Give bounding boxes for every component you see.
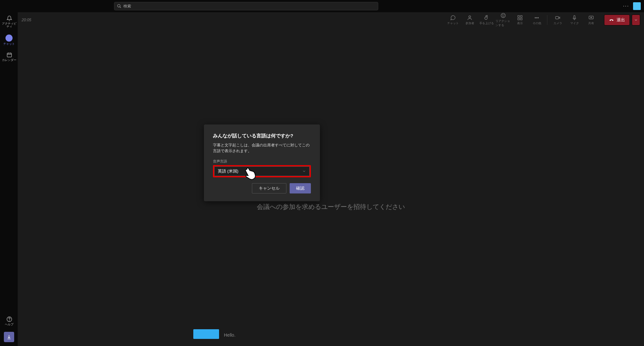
rail-calendar[interactable]: カレンダー xyxy=(1,51,17,63)
audio-language-select[interactable]: 英語 (米国) xyxy=(214,166,310,176)
meeting-participants-button[interactable]: 参加者 xyxy=(462,15,477,25)
svg-point-16 xyxy=(535,17,535,18)
rail-help-label: ヘルプ xyxy=(5,323,14,326)
svg-point-17 xyxy=(536,17,537,18)
svg-rect-20 xyxy=(574,15,575,18)
meeting-more-label: その他 xyxy=(533,21,541,25)
settings-more-icon[interactable]: ··· xyxy=(623,3,629,9)
meeting-mic-button[interactable]: マイク xyxy=(567,15,582,25)
meeting-share-button[interactable]: 共有 xyxy=(583,15,599,25)
svg-rect-15 xyxy=(521,18,522,20)
confirm-button[interactable]: 確認 xyxy=(290,183,311,193)
dialog-title: みんなが話している言語は何ですか? xyxy=(213,133,311,139)
participant-self-tile[interactable] xyxy=(193,329,219,339)
svg-point-7 xyxy=(9,321,9,321)
meeting-raise-hand-label: 手を上げる xyxy=(479,21,494,25)
calendar-icon xyxy=(6,52,12,58)
more-icon xyxy=(534,15,540,21)
svg-point-18 xyxy=(538,17,538,18)
chevron-down-icon xyxy=(302,169,306,173)
meeting-react-label: リアクションする xyxy=(495,19,511,27)
invite-prompt: 会議への参加を求めるユーザーを招待してください xyxy=(257,203,405,211)
hangup-icon xyxy=(609,17,614,23)
leave-button[interactable]: 退出 xyxy=(604,15,630,25)
share-screen-icon xyxy=(588,15,594,21)
svg-point-0 xyxy=(118,5,120,7)
cancel-label: キャンセル xyxy=(259,186,280,191)
svg-point-8 xyxy=(469,16,471,18)
meeting-share-label: 共有 xyxy=(588,21,594,25)
svg-rect-12 xyxy=(518,15,519,17)
meeting-main: 20:05 チャット 参加者 手を上げる リアクションする xyxy=(18,12,644,346)
meeting-camera-button[interactable]: カメラ xyxy=(550,15,565,25)
meeting-view-button[interactable]: 表示 xyxy=(512,15,528,25)
rail-help[interactable]: ヘルプ xyxy=(1,315,17,327)
raise-hand-icon xyxy=(484,15,489,21)
grid-icon xyxy=(517,15,523,21)
leave-label: 退出 xyxy=(617,17,625,23)
caption-text: Hello. xyxy=(224,332,235,338)
download-button[interactable] xyxy=(4,332,14,342)
meeting-chat-label: チャット xyxy=(447,21,459,25)
meeting-more-button[interactable]: その他 xyxy=(529,15,544,25)
rail-chat[interactable]: チャット xyxy=(1,33,17,47)
chat-icon xyxy=(7,36,11,40)
mic-icon xyxy=(572,15,577,21)
svg-rect-19 xyxy=(555,16,559,19)
search-input[interactable]: 検索 xyxy=(114,2,378,10)
highlight-annotation: 英語 (米国) xyxy=(213,165,311,177)
meeting-controls: チャット 参加者 手を上げる リアクションする 表示 xyxy=(445,13,640,27)
spoken-language-dialog: みんなが話している言語は何ですか? 字幕と文字起こしは、会議の出席者すべてに対し… xyxy=(204,124,320,201)
search-icon xyxy=(117,4,121,8)
download-icon xyxy=(6,334,12,340)
svg-point-11 xyxy=(504,15,505,15)
svg-rect-13 xyxy=(521,15,522,17)
meeting-participants-label: 参加者 xyxy=(466,21,474,25)
meeting-view-label: 表示 xyxy=(517,21,523,25)
meeting-stage: みんなが話している言語は何ですか? 字幕と文字起こしは、会議の出席者すべてに対し… xyxy=(18,28,644,346)
rail-chat-label: チャット xyxy=(3,43,15,45)
chevron-down-icon xyxy=(634,18,638,22)
meeting-chat-button[interactable]: チャット xyxy=(445,15,461,25)
camera-icon xyxy=(555,15,561,21)
selected-language-value: 英語 (米国) xyxy=(218,169,238,174)
left-rail: アクティビティ チャット カレンダー ヘルプ xyxy=(0,12,18,346)
chat-active-badge xyxy=(5,35,13,42)
svg-line-1 xyxy=(120,7,121,8)
meeting-elapsed-time: 20:05 xyxy=(22,18,31,22)
meeting-mic-label: マイク xyxy=(570,21,579,25)
confirm-label: 確認 xyxy=(296,186,304,191)
meeting-react-button[interactable]: リアクションする xyxy=(495,13,511,27)
dialog-actions: キャンセル 確認 xyxy=(213,183,311,193)
meeting-raise-hand-button[interactable]: 手を上げる xyxy=(479,15,494,25)
cancel-button[interactable]: キャンセル xyxy=(252,183,286,193)
rail-calendar-label: カレンダー xyxy=(2,59,16,62)
meeting-bar: 20:05 チャット 参加者 手を上げる リアクションする xyxy=(18,12,644,28)
svg-rect-2 xyxy=(7,53,12,57)
help-icon xyxy=(6,316,12,322)
rail-activity-label: アクティビティ xyxy=(2,22,17,28)
dialog-description: 字幕と文字起こしは、会議の出席者すべてに対してこの言語で表示されます。 xyxy=(213,142,311,154)
rail-activity[interactable]: アクティビティ xyxy=(1,14,17,29)
emoji-icon xyxy=(500,13,506,18)
svg-rect-14 xyxy=(518,18,519,20)
avatar[interactable] xyxy=(633,2,641,10)
title-bar: 検索 ··· xyxy=(0,0,644,12)
meeting-camera-label: カメラ xyxy=(553,21,562,25)
search-placeholder: 検索 xyxy=(123,4,131,9)
topbar-right: ··· xyxy=(623,2,641,10)
svg-point-9 xyxy=(501,13,505,18)
people-icon xyxy=(467,15,473,21)
chat-bubble-icon xyxy=(450,15,456,21)
bell-icon xyxy=(6,15,12,21)
divider xyxy=(547,15,547,25)
audio-language-label: 音声言語 xyxy=(213,159,311,164)
svg-point-10 xyxy=(502,15,503,15)
leave-options-button[interactable] xyxy=(632,15,640,25)
